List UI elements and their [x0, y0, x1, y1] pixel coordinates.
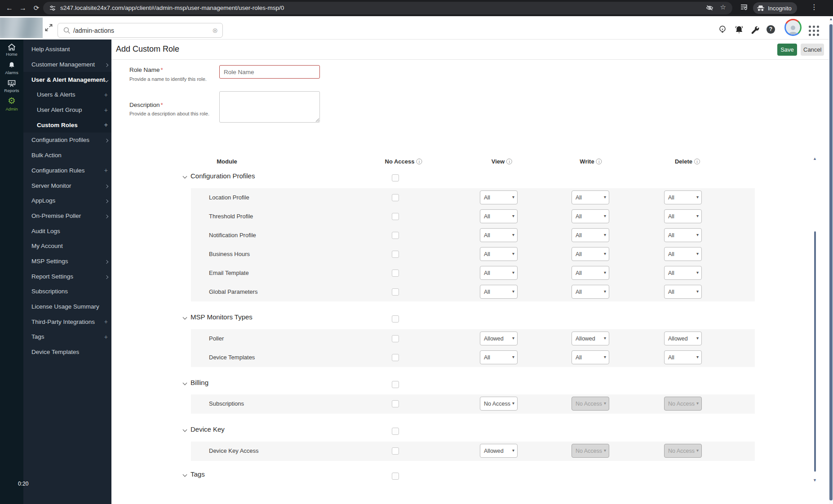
no-access-checkbox[interactable]	[392, 447, 399, 455]
view-select[interactable]: All▾	[480, 266, 518, 280]
delete-select[interactable]: All▾	[664, 247, 702, 261]
sidebar-item-third-party-integrations[interactable]: Third-Party Integrations+	[23, 314, 111, 329]
scroll-up-arrow[interactable]: ▲	[813, 156, 817, 161]
no-access-checkbox[interactable]	[392, 288, 399, 296]
sidebar-item-device-templates[interactable]: Device Templates	[23, 345, 111, 360]
wrench-icon[interactable]	[750, 25, 760, 35]
group-device-key[interactable]: Device Key	[183, 424, 758, 436]
view-select[interactable]: Allowed▾	[480, 332, 518, 345]
sidebar-item-applogs[interactable]: AppLogs	[23, 193, 111, 208]
avatar[interactable]	[784, 19, 802, 36]
sidebar-item-msp-settings[interactable]: MSP Settings	[23, 254, 111, 269]
info-icon[interactable]: i	[694, 159, 700, 164]
info-icon[interactable]: i	[416, 159, 422, 164]
bookmark-star-icon[interactable]: ☆	[720, 3, 726, 11]
sidebar-item-bulk-action[interactable]: Bulk Action	[23, 148, 111, 163]
plus-icon[interactable]: +	[104, 92, 108, 98]
group-no-access-checkbox[interactable]	[392, 315, 399, 323]
browser-menu-icon[interactable]: ⋮	[811, 3, 818, 11]
no-access-checkbox[interactable]	[392, 194, 399, 201]
no-access-checkbox[interactable]	[392, 400, 399, 407]
group-no-access-checkbox[interactable]	[392, 381, 399, 388]
sidebar-item-subscriptions[interactable]: Subscriptions	[23, 284, 111, 299]
write-select[interactable]: All▾	[572, 190, 609, 204]
delete-select[interactable]: All▾	[664, 228, 702, 242]
write-select[interactable]: Allowed▾	[572, 332, 609, 345]
view-select[interactable]: Allowed▾	[480, 444, 518, 458]
sidebar-item-user-alert-management[interactable]: User & Alert Management	[23, 72, 111, 87]
sidebar-item-configuration-profiles[interactable]: Configuration Profiles	[23, 133, 111, 148]
write-select[interactable]: All▾	[572, 350, 609, 364]
no-access-checkbox[interactable]	[392, 270, 399, 277]
inner-scrollbar-thumb[interactable]	[814, 231, 816, 472]
plus-icon[interactable]: +	[104, 167, 108, 173]
rail-item-alarms[interactable]: Alarms	[0, 62, 23, 75]
sidebar-item-my-account[interactable]: My Account	[23, 239, 111, 254]
back-icon[interactable]: ←	[4, 3, 14, 13]
group-configuration-profiles[interactable]: Configuration Profiles	[183, 171, 758, 182]
group-billing[interactable]: Billing	[183, 377, 758, 389]
no-access-checkbox[interactable]	[392, 232, 399, 239]
scroll-up-arrow[interactable]: ▲	[829, 17, 833, 21]
eye-off-icon[interactable]	[706, 4, 713, 11]
rail-item-home[interactable]: Home	[0, 44, 23, 57]
cancel-button[interactable]: Cancel	[801, 44, 824, 56]
view-select[interactable]: All▾	[480, 190, 518, 204]
sidebar-item-users-alerts[interactable]: Users & Alerts+	[23, 87, 111, 102]
description-textarea[interactable]	[219, 91, 320, 123]
write-select[interactable]: All▾	[572, 285, 609, 299]
reload-icon[interactable]: ⟳	[31, 3, 41, 13]
view-select[interactable]: All▾	[480, 285, 518, 299]
view-select[interactable]: No Access▾	[480, 397, 518, 411]
sidebar-item-server-monitor[interactable]: Server Monitor	[23, 178, 111, 193]
info-icon[interactable]: i	[506, 159, 512, 164]
role-name-input[interactable]	[219, 65, 320, 79]
window-scrollbar[interactable]: ▲	[829, 16, 833, 504]
group-no-access-checkbox[interactable]	[392, 428, 399, 435]
view-select[interactable]: All▾	[480, 247, 518, 261]
sidebar-item-user-alert-group[interactable]: User Alert Group+	[23, 102, 111, 118]
forward-icon[interactable]: →	[18, 3, 28, 13]
site-info-icon[interactable]	[49, 5, 56, 11]
search-input[interactable]	[72, 24, 207, 37]
group-no-access-checkbox[interactable]	[392, 473, 399, 480]
view-select[interactable]: All▾	[480, 350, 518, 364]
sidebar-item-help-assistant[interactable]: Help Assistant	[23, 42, 111, 57]
write-select[interactable]: All▾	[572, 228, 609, 242]
delete-select[interactable]: All▾	[664, 190, 702, 204]
write-select[interactable]: All▾	[572, 247, 609, 261]
delete-select[interactable]: All▾	[664, 266, 702, 280]
sidebar-item-license-usage-summary[interactable]: License Usage Summary	[23, 299, 111, 314]
clear-search-icon[interactable]: ⊗	[212, 27, 218, 35]
rail-item-admin[interactable]: ⚙ Admin	[0, 97, 23, 111]
plus-icon[interactable]: +	[104, 122, 108, 128]
apps-grid-icon[interactable]	[809, 26, 820, 36]
delete-select[interactable]: All▾	[664, 350, 702, 364]
info-icon[interactable]: i	[596, 159, 602, 164]
no-access-checkbox[interactable]	[392, 354, 399, 361]
plus-icon[interactable]: +	[104, 334, 108, 340]
bulb-icon[interactable]	[718, 25, 727, 35]
delete-select[interactable]: Allowed▾	[664, 332, 702, 345]
bell-icon[interactable]	[734, 25, 744, 35]
help-icon[interactable]: ?	[767, 25, 775, 34]
delete-select[interactable]: All▾	[664, 285, 702, 299]
sidebar-item-configuration-rules[interactable]: Configuration Rules+	[23, 163, 111, 178]
expand-icon[interactable]	[45, 24, 53, 31]
save-button[interactable]: Save	[777, 44, 797, 56]
no-access-checkbox[interactable]	[392, 213, 399, 220]
rail-item-reports[interactable]: Reports	[0, 80, 23, 93]
group-msp-monitors-types[interactable]: MSP Monitors Types	[183, 312, 758, 323]
sidebar-item-on-premise-poller[interactable]: On-Premise Poller	[23, 208, 111, 224]
sidebar-item-customer-management[interactable]: Customer Management	[23, 57, 111, 72]
scroll-down-arrow[interactable]: ▼	[813, 478, 817, 482]
plus-icon[interactable]: +	[104, 107, 108, 113]
sidebar-item-custom-roles[interactable]: Custom Roles+	[23, 117, 111, 133]
write-select[interactable]: All▾	[572, 266, 609, 280]
address-bar[interactable]: s247.localsite24x7.com/app/client#/admin…	[43, 2, 732, 14]
group-tags[interactable]: Tags	[183, 469, 758, 481]
no-access-checkbox[interactable]	[392, 335, 399, 342]
write-select[interactable]: All▾	[572, 209, 609, 223]
delete-select[interactable]: All▾	[664, 209, 702, 223]
view-select[interactable]: All▾	[480, 228, 518, 242]
